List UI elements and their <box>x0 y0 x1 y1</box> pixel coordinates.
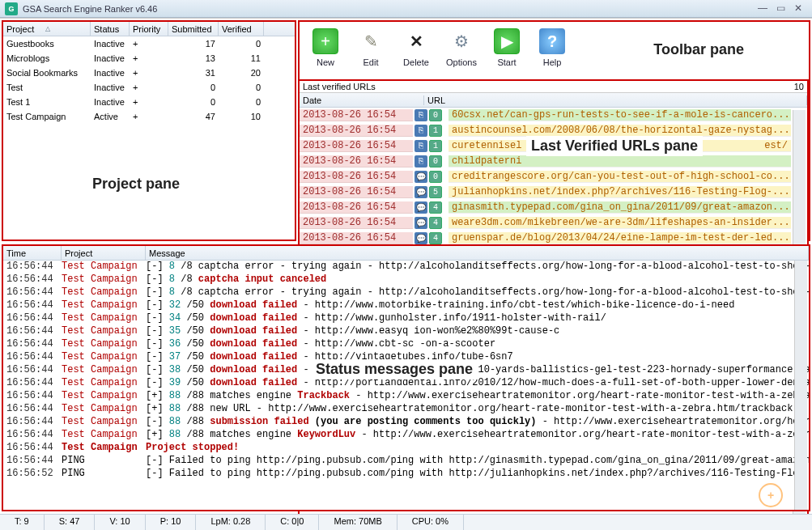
project-pane-label: Project pane <box>92 176 180 193</box>
log-row[interactable]: 16:56:44Test Campaign[-] 8 /8 captcha in… <box>3 273 809 286</box>
status-verified: V: 10 <box>95 515 145 530</box>
verified-count: 10 <box>794 82 804 91</box>
verified-row[interactable]: 2013-08-26 16:54💬4ginasmith.typepad.com/… <box>300 200 807 215</box>
verified-title: Last verified URLs <box>303 82 376 91</box>
log-row[interactable]: 16:56:44Test Campaign[+] 88 /88 new URL … <box>3 403 809 416</box>
log-row[interactable]: 16:56:44Test Campaign[+] 88 /88 matches … <box>3 390 809 403</box>
col-verified[interactable]: Verified <box>219 22 264 36</box>
toolbar-pane-label: Toolbar pane <box>653 41 744 58</box>
status-submitted: S: 47 <box>45 515 96 530</box>
project-row[interactable]: Social BookmarksInactive+3120 <box>3 66 295 80</box>
log-pane: Time Project Message 16:56:44Test Campai… <box>2 244 810 511</box>
log-row[interactable]: 16:56:44Test CampaignProject stopped! <box>3 442 809 455</box>
col-date[interactable]: Date <box>300 95 424 105</box>
col-time[interactable]: Time <box>3 246 62 260</box>
log-row[interactable]: 16:56:44Test Campaign[-] 34 /50 download… <box>3 312 809 325</box>
log-row[interactable]: 16:56:44Test Campaign[-] 35 /50 download… <box>3 325 809 338</box>
log-row[interactable]: 16:56:44Test Campaign[-] 32 /50 download… <box>3 299 809 312</box>
project-row[interactable]: TestInactive+00 <box>3 80 295 95</box>
log-scrollbar[interactable] <box>794 261 807 510</box>
project-pane: Project△ Status Priority Submitted Verif… <box>2 20 296 241</box>
verified-row[interactable]: 2013-08-26 16:54💬5julianhopkins.net/inde… <box>300 184 807 200</box>
project-row[interactable]: GuestbooksInactive+170 <box>3 36 295 51</box>
watermark: + <box>742 480 807 512</box>
log-row[interactable]: 16:56:44Test Campaign[+] 88 /88 matches … <box>3 429 809 442</box>
col-priority[interactable]: Priority <box>130 22 168 36</box>
play-icon: ▶ <box>494 28 520 54</box>
project-row[interactable]: MicroblogsInactive+1311 <box>3 51 295 66</box>
col-project[interactable]: Project <box>6 24 34 34</box>
log-row[interactable]: 16:56:44Test Campaign[-] 8 /8 captcha er… <box>3 261 809 273</box>
col-message[interactable]: Message <box>146 246 809 260</box>
status-c: C: 0|0 <box>266 515 319 530</box>
project-row[interactable]: Test 1Inactive+00 <box>3 95 295 109</box>
gear-icon: ⚙ <box>449 28 474 54</box>
status-p: P: 10 <box>146 515 197 530</box>
sort-asc-icon: △ <box>45 25 50 32</box>
verified-row[interactable]: 2013-08-26 16:54⎘060csx.net/can-gps-run-… <box>300 108 807 123</box>
statusbar: T: 9 S: 47 V: 10 P: 10 LpM: 0.28 C: 0|0 … <box>0 514 812 530</box>
log-header[interactable]: Time Project Message <box>3 246 809 261</box>
log-row[interactable]: 16:56:44Test Campaign[-] 8 /8 captcha er… <box>3 286 809 299</box>
window-title: GSA Search Engine Ranker v6.46 <box>23 4 754 14</box>
verified-header[interactable]: Date URL <box>300 93 807 108</box>
minimize-button[interactable]: — <box>754 2 772 15</box>
app-icon: G <box>5 2 18 15</box>
status-lpm: LpM: 0.28 <box>196 515 266 530</box>
col-url[interactable]: URL <box>424 95 807 105</box>
maximize-button[interactable]: ▭ <box>772 2 789 15</box>
verified-pane-label: Last Verified URLs pane <box>526 136 703 156</box>
close-button[interactable]: ✕ <box>789 2 807 15</box>
log-row[interactable]: 16:56:52PING[-] Failed to ping http://pi… <box>3 468 809 481</box>
log-row[interactable]: 16:56:44Test Campaign[-] 88 /88 submissi… <box>3 416 809 429</box>
status-threads: T: 9 <box>0 515 45 530</box>
edit-icon: ✎ <box>358 28 384 54</box>
project-header[interactable]: Project△ Status Priority Submitted Verif… <box>3 22 295 36</box>
log-row[interactable]: 16:56:44PING[-] Failed to ping http://pi… <box>3 455 809 468</box>
col-submitted[interactable]: Submitted <box>168 22 219 36</box>
delete-icon: ✕ <box>403 28 429 54</box>
verified-row[interactable]: 2013-08-26 16:54💬0creditrangescore.org/c… <box>300 169 807 184</box>
status-cpu: CPU: 0% <box>397 515 464 530</box>
titlebar: G GSA Search Engine Ranker v6.46 — ▭ ✕ <box>0 0 812 18</box>
project-row[interactable]: Test CampaignActive+4710 <box>3 109 295 124</box>
log-row[interactable]: 16:56:44Test Campaign[-] 36 /50 download… <box>3 338 809 351</box>
col-status[interactable]: Status <box>91 22 130 36</box>
plus-icon: + <box>312 28 338 54</box>
log-pane-label: Status messages pane <box>311 359 478 379</box>
col-log-project[interactable]: Project <box>62 246 146 260</box>
status-mem: Mem: 70MB <box>319 515 397 530</box>
help-icon: ? <box>539 28 565 54</box>
verified-row[interactable]: 2013-08-26 16:54💬4weare3dm.com/mikebreen… <box>300 215 807 231</box>
